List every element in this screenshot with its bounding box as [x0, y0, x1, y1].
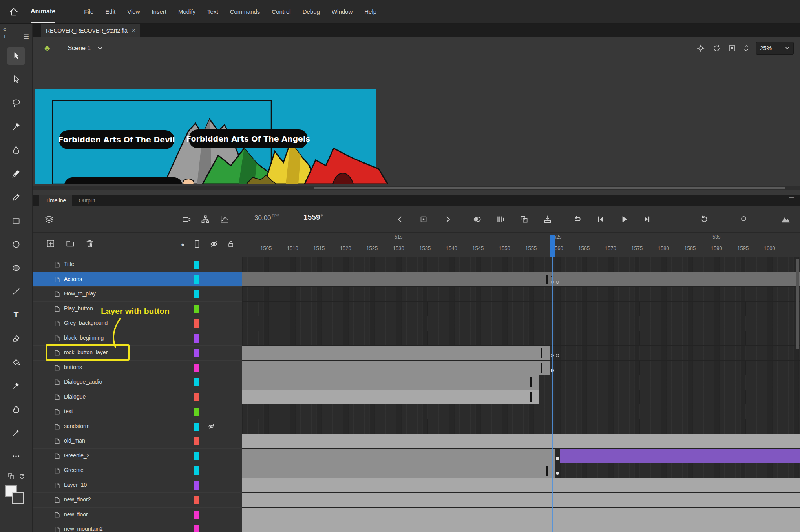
current-frame-display[interactable]: 1559F [303, 213, 323, 222]
playhead-handle[interactable] [550, 235, 555, 257]
tool-eyedropper[interactable] [7, 374, 25, 397]
stage-canvas[interactable]: Forbidden Arts Of The Devil Forbidden Ar… [35, 89, 419, 184]
frame-ruler[interactable]: 51s52s53s1505151015151520152515301535154… [242, 233, 800, 257]
menu-item-insert[interactable]: Insert [146, 0, 172, 23]
scene-chevron-down-icon[interactable] [97, 45, 103, 51]
frames-row-Actions[interactable]: a [242, 272, 800, 287]
tool-magic-wand[interactable] [7, 421, 25, 445]
layer-outline-color-swatch[interactable] [194, 481, 199, 490]
tab-output[interactable]: Output [72, 195, 101, 206]
frames-row-buttons[interactable] [242, 361, 800, 375]
close-tab-icon[interactable]: × [132, 27, 135, 34]
outline-color-dot-icon[interactable]: ● [181, 241, 184, 248]
zoom-stepper[interactable] [743, 44, 749, 53]
tool-classic-brush[interactable] [7, 162, 25, 186]
new-folder-button[interactable] [66, 239, 75, 248]
tool-pencil[interactable] [7, 186, 25, 209]
tool-rectangle[interactable] [7, 209, 25, 233]
layer-row-Grey_background[interactable]: Grey_background [33, 316, 242, 331]
horizontal-scrollbar-thumb[interactable] [314, 187, 785, 189]
tool-line[interactable] [7, 280, 25, 303]
layer-outline-color-swatch[interactable] [194, 305, 199, 313]
timeline-vertical-scrollbar[interactable] [795, 257, 800, 532]
layer-outline-color-swatch[interactable] [194, 423, 199, 431]
tool-text[interactable]: T [7, 303, 25, 327]
insert-frame-button[interactable] [543, 215, 552, 224]
frames-row-Play_button[interactable] [242, 302, 800, 317]
menu-item-edit[interactable]: Edit [99, 0, 121, 23]
horizontal-scrollbar[interactable] [33, 186, 800, 190]
frames-row-How_to_play[interactable] [242, 287, 800, 302]
object-drawing-icon[interactable] [7, 473, 15, 480]
layer-row-buttons[interactable]: buttons [33, 361, 242, 375]
layer-row-Greenie[interactable]: Greenie [33, 463, 242, 478]
frames-row-Grey_background[interactable] [242, 316, 800, 331]
timeline-zoom-knob[interactable] [741, 216, 746, 221]
frames-row-sandstorm[interactable] [242, 419, 800, 434]
layer-hidden-eye-icon[interactable] [208, 423, 215, 430]
frames-row-new_floor2[interactable] [242, 493, 800, 508]
collapse-panel-icon[interactable]: « [3, 26, 29, 32]
play-button[interactable] [619, 215, 629, 224]
layers-stack-icon[interactable] [44, 215, 54, 224]
layer-row-new_mountain2[interactable]: new_mountain2 [33, 522, 242, 532]
zoom-select[interactable]: 25% [756, 42, 794, 55]
frames-row-Layer_10[interactable] [242, 478, 800, 493]
menu-item-debug[interactable]: Debug [297, 0, 326, 23]
reset-timeline-zoom-icon[interactable] [700, 215, 709, 224]
layer-outline-color-swatch[interactable] [194, 393, 199, 401]
tool-subselection[interactable] [7, 68, 25, 91]
loop-playback-button[interactable] [572, 215, 582, 224]
layer-row-Actions[interactable]: Actions [33, 272, 242, 287]
layer-outline-color-swatch[interactable] [194, 496, 199, 504]
document-tab[interactable]: RECOVER_RECOVER_start2.fla × [41, 24, 140, 37]
frames-row-text[interactable] [242, 404, 800, 419]
layer-row-sandstorm[interactable]: sandstorm [33, 419, 242, 434]
clip-content-icon[interactable] [728, 44, 736, 53]
fps-display[interactable]: 30.00FPS [254, 214, 279, 222]
frames-row-rock_button_layer[interactable] [242, 346, 800, 361]
tool-oval-primitive[interactable] [7, 256, 25, 280]
delete-layer-button[interactable] [85, 239, 95, 248]
home-icon[interactable] [7, 5, 20, 18]
layer-outline-color-swatch[interactable] [194, 275, 199, 284]
layer-row-new_floor2[interactable]: new_floor2 [33, 493, 242, 508]
camera-icon[interactable] [182, 215, 191, 224]
frames-row-Dialogue[interactable] [242, 390, 800, 405]
previous-frame-button[interactable] [396, 215, 404, 224]
layer-outline-color-swatch[interactable] [194, 378, 199, 386]
menu-item-modify[interactable]: Modify [172, 0, 201, 23]
tool-oval[interactable] [7, 233, 25, 256]
thumbnail-column-icon[interactable] [193, 240, 201, 248]
frames-row-old_man[interactable] [242, 434, 800, 449]
layer-row-new_floor[interactable]: new_floor [33, 508, 242, 523]
layer-row-How_to_play[interactable]: How_to_play [33, 287, 242, 302]
timeline-panel-menu-icon[interactable]: ☰ [789, 196, 795, 204]
center-stage-icon[interactable] [696, 44, 705, 53]
tool-pin[interactable] [7, 115, 25, 138]
panel-menu-icon[interactable]: ☰ [24, 33, 29, 40]
layer-outline-color-swatch[interactable] [194, 364, 199, 372]
layer-outline-color-swatch[interactable] [194, 319, 199, 328]
layer-outline-color-swatch[interactable] [194, 437, 199, 445]
timeline-zoom-out-icon[interactable]: − [714, 215, 718, 223]
tab-timeline[interactable]: Timeline [39, 195, 72, 206]
frames-row-black_beginning[interactable] [242, 331, 800, 346]
tool-more-tools[interactable] [7, 445, 25, 468]
step-back-button[interactable] [596, 215, 605, 224]
layer-outline-color-swatch[interactable] [194, 261, 199, 269]
onion-skin-outlines-button[interactable] [496, 215, 505, 224]
layer-outline-color-swatch[interactable] [194, 466, 199, 475]
layer-outline-color-swatch[interactable] [194, 290, 199, 298]
layer-outline-color-swatch[interactable] [194, 525, 199, 532]
onion-skin-button[interactable] [472, 215, 482, 224]
new-layer-button[interactable] [46, 239, 55, 248]
enlarge-frames-icon[interactable] [780, 214, 791, 224]
tool-fluid-brush[interactable] [7, 138, 25, 162]
layer-row-Play_button[interactable]: Play_button [33, 302, 242, 317]
menu-item-file[interactable]: File [78, 0, 99, 23]
menu-item-help[interactable]: Help [358, 0, 382, 23]
menu-item-window[interactable]: Window [326, 0, 358, 23]
frames-row-Greenie_2[interactable] [242, 449, 800, 464]
menu-item-view[interactable]: View [121, 0, 146, 23]
